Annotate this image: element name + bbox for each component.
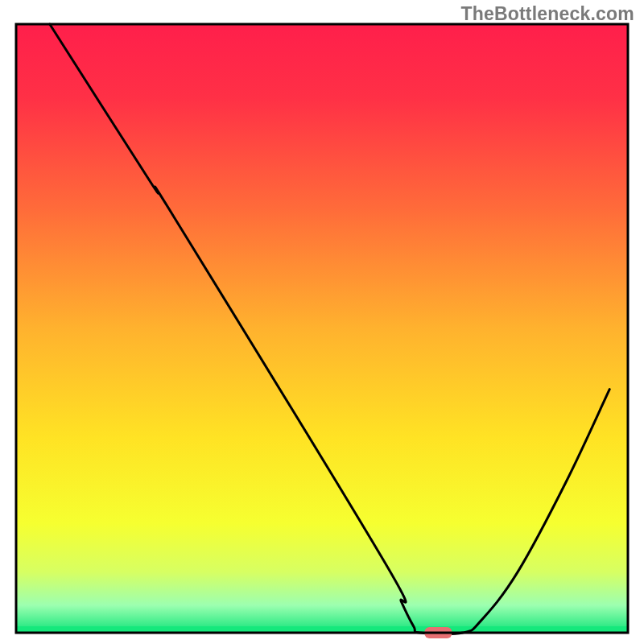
chart-container: TheBottleneck.com [0,0,644,644]
chart-svg [0,0,644,644]
plot-area [16,24,628,638]
watermark-text: TheBottleneck.com [460,3,634,25]
